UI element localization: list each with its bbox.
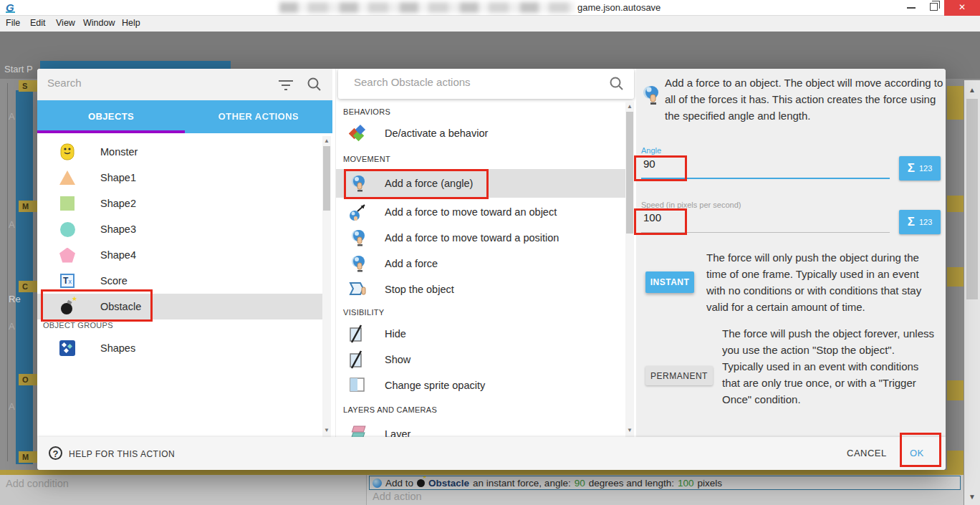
speed-expression-button[interactable]: Σ 123 [899,210,941,234]
menu-window[interactable]: Window [83,18,115,28]
active-tab-underline [37,130,185,133]
actions-search-input[interactable] [354,76,590,88]
action-row-deactivate-behavior[interactable]: De/activate a behavior [336,120,625,146]
help-icon: ? [49,446,62,460]
section-visibility: VISIBILITY [343,308,384,317]
close-button[interactable]: ✕ [944,0,980,16]
scroll-up-icon[interactable]: ▲ [627,103,633,110]
scrollbar-thumb[interactable] [966,99,978,299]
menu-view[interactable]: View [56,18,75,28]
event-sheet-scrollbar[interactable]: ▲ ▼ [964,80,980,505]
action-row-add-force-angle[interactable]: Add a force (angle) [336,169,625,198]
scroll-down-icon[interactable]: ▼ [324,427,330,433]
scroll-up-icon[interactable]: ▲ [324,138,330,144]
action-description: Add a force to an object. The object wil… [665,74,944,124]
permanent-description: The force will push the object forever, … [722,325,938,408]
restore-button[interactable] [930,3,938,11]
blurred-title-area [279,2,575,13]
event-tree-line [7,83,8,461]
selected-action-row[interactable]: Add to Obstacle an instant force, angle:… [369,476,961,490]
event-condition-bar [16,90,33,464]
group-row-shapes[interactable]: Shapes [37,335,322,361]
add-condition-link[interactable]: Add condition [6,478,69,489]
actions-scrollbar[interactable]: ▲ ▼ [625,102,634,437]
object-row-shape2[interactable]: Shape2 [37,191,322,216]
object-row-monster[interactable]: Monster [37,139,322,165]
object-row-shape1[interactable]: Shape1 [37,165,322,191]
menu-edit[interactable]: Edit [30,18,46,28]
pentagon-icon [59,246,76,264]
event-text-fragment: A [9,219,15,230]
tab-other-actions[interactable]: OTHER ACTIONS [185,100,332,133]
objects-search-input[interactable] [47,77,262,89]
search-icon [307,77,322,92]
actions-search-bar [338,69,634,99]
action-row-change-opacity[interactable]: Change sprite opacity [336,372,625,398]
objects-panel: OBJECTS OTHER ACTIONS Monster Shape1 Sha… [37,69,332,437]
text-object-icon: Tx [59,272,76,289]
event-text-fragment: Re [9,294,21,304]
action-row-add-force[interactable]: Add a force [336,251,625,276]
speed-underline [641,232,890,233]
action-text: degrees and length: [589,478,674,489]
action-row-force-toward-object[interactable]: Add a force to move toward an object [336,199,625,225]
scroll-down-icon[interactable]: ▼ [627,427,633,433]
event-text-fragment: A [9,111,15,122]
actions-column[interactable]: Add to Obstacle an instant force, angle:… [367,475,964,505]
scroll-down-icon[interactable]: ▼ [964,493,980,501]
layer-icon [349,425,368,437]
angle-expression-button[interactable]: Σ 123 [899,156,941,181]
objects-search-bar [37,69,332,100]
shapes-group-icon [59,340,76,357]
active-scene-tab[interactable] [40,61,231,69]
dialog-footer: ? HELP FOR THIS ACTION CANCEL OK [37,437,946,470]
permanent-button[interactable]: PERMANENT [645,366,713,385]
instant-description: The force will only push the object duri… [706,249,937,315]
objects-tabbar: OBJECTS OTHER ACTIONS [37,100,332,133]
tab-objects[interactable]: OBJECTS [37,100,185,133]
event-header: C [19,281,37,292]
gdevelop-logo-icon: G [6,1,14,14]
action-editor-dialog: OBJECTS OTHER ACTIONS Monster Shape1 Sha… [37,69,946,470]
action-row-layer[interactable]: Layer [336,421,625,437]
bomb-icon [417,479,425,487]
show-icon [349,350,368,369]
instant-button[interactable]: INSTANT [645,271,694,293]
section-movement: MOVEMENT [343,155,390,163]
speed-input[interactable] [643,211,880,223]
event-header: S [19,80,37,92]
object-row-obstacle[interactable]: ★ Obstacle [37,294,322,319]
scrollbar-thumb[interactable] [323,146,330,211]
bomb-icon: ★ [59,298,76,315]
cancel-button[interactable]: CANCEL [847,448,887,458]
action-row-stop-object[interactable]: Stop the object [336,276,625,302]
selected-event-header [0,470,964,475]
start-page-tab[interactable]: Start P [4,64,37,74]
objects-scrollbar[interactable]: ▲ ▼ [322,136,331,437]
square-icon [59,195,76,212]
action-angle-value: 90 [575,478,585,489]
help-link[interactable]: HELP FOR THIS ACTION [69,449,175,459]
object-row-shape3[interactable]: Shape3 [37,216,322,242]
minimize-button[interactable] [907,7,916,9]
action-object-name: Obstacle [428,478,469,489]
add-action-link[interactable]: Add action [373,491,422,502]
conditions-column[interactable]: Add condition [0,475,367,505]
ok-button[interactable]: OK [910,448,924,458]
action-row-hide[interactable]: Hide [336,321,625,347]
angle-input[interactable] [643,158,880,170]
event-header: O [19,374,37,385]
object-row-shape4[interactable]: Shape4 [37,242,322,268]
scroll-up-icon[interactable]: ▲ [964,86,980,94]
object-row-score[interactable]: Tx Score [37,268,322,294]
menu-file[interactable]: File [6,18,20,28]
action-row-force-toward-position[interactable]: Add a force to move toward a position [336,225,625,251]
speed-label: Speed (in pixels per second) [641,201,741,209]
force-icon [642,85,660,106]
event-text-fragment: A [9,401,15,412]
action-row-show[interactable]: Show [336,347,625,372]
menu-help[interactable]: Help [122,18,140,28]
filter-icon[interactable] [278,80,294,90]
search-icon [609,76,625,92]
scrollbar-thumb[interactable] [626,112,633,234]
